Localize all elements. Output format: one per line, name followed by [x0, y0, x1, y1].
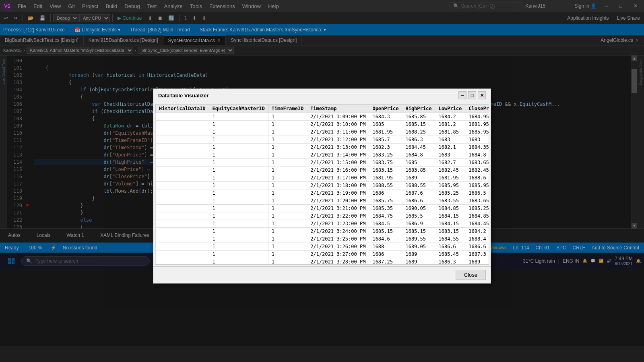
table-row[interactable]: 112/1/2021 3:15:00 PM1683.7516851682.716…: [156, 159, 489, 167]
modal-title-text: DataTable Visualizer: [158, 93, 208, 99]
modal-footer: Close: [153, 266, 491, 283]
table-row[interactable]: 112/1/2021 3:24:00 PM1685.151685.151683.…: [156, 228, 489, 235]
table-row[interactable]: 112/1/2021 3:18:00 PM1688.551688.551685.…: [156, 182, 489, 189]
table-row[interactable]: 112/1/2021 3:17:00 PM1681.9516891681.951…: [156, 174, 489, 182]
col-open-price: OpenPrice: [369, 105, 402, 113]
table-row[interactable]: 112/1/2021 3:25:00 PM1684.61689.551684.5…: [156, 235, 489, 243]
table-row[interactable]: 112/1/2021 3:20:00 PM1685.751686.61683.5…: [156, 197, 489, 205]
table-row[interactable]: 112/1/2021 3:27:00 PM168616891685.451687…: [156, 251, 489, 258]
modal-minimize-btn[interactable]: ─: [458, 91, 466, 99]
col-timestamp: TimeStamp: [307, 105, 369, 113]
table-row[interactable]: 112/1/2021 3:10:00 PM16851685.151681.216…: [156, 121, 489, 128]
table-row[interactable]: 112/1/2021 3:09:00 PM1684.31685.851684.2…: [156, 113, 489, 121]
table-row[interactable]: 112/1/2021 3:23:00 PM1684.51686.91684.15…: [156, 220, 489, 228]
modal-title-bar: DataTable Visualizer ─ □ ✕: [153, 89, 491, 102]
table-row[interactable]: 112/1/2021 3:26:00 PM16881689.051686.616…: [156, 243, 489, 251]
table-row[interactable]: 112/1/2021 3:14:00 PM1683.251684.8168316…: [156, 151, 489, 159]
table-row[interactable]: 112/1/2021 3:28:00 PM1687.2516891686.316…: [156, 258, 489, 265]
modal-close-btn[interactable]: ✕: [478, 91, 486, 99]
data-table: HistoricalDataID EquityCashMasterID Time…: [155, 104, 489, 265]
table-row[interactable]: 112/1/2021 3:11:00 PM1681.951688.251681.…: [156, 128, 489, 136]
table-row[interactable]: 112/1/2021 3:19:00 PM16861687.61685.2516…: [156, 189, 489, 197]
modal-maximize-btn[interactable]: □: [468, 91, 476, 99]
modal-close-button[interactable]: Close: [456, 270, 486, 280]
col-high-price: HighPrice: [402, 105, 435, 113]
data-table-body: 112/1/2021 3:09:00 PM1684.31685.851684.2…: [156, 113, 489, 265]
modal-title-buttons: ─ □ ✕: [458, 91, 486, 99]
col-equity-cash-master-id: EquityCashMasterID: [209, 105, 268, 113]
col-low-price: LowPrice: [435, 105, 465, 113]
table-row[interactable]: 112/1/2021 3:13:00 PM1682.31684.451682.1…: [156, 144, 489, 151]
col-close-price: ClosePrice: [465, 105, 489, 113]
data-table-container[interactable]: HistoricalDataID EquityCashMasterID Time…: [155, 104, 489, 265]
datatable-visualizer-modal: DataTable Visualizer ─ □ ✕ HistoricalDat…: [153, 88, 491, 284]
table-row[interactable]: 112/1/2021 3:21:00 PM1685.351690.051684.…: [156, 205, 489, 212]
table-row[interactable]: 112/1/2021 3:22:00 PM1684.751685.51684.1…: [156, 212, 489, 220]
table-row[interactable]: 112/1/2021 3:16:00 PM1683.151683.851682.…: [156, 167, 489, 174]
col-historical-id: HistoricalDataID: [156, 105, 209, 113]
table-row[interactable]: 112/1/2021 3:12:00 PM1685.71686.31683168…: [156, 136, 489, 144]
modal-overlay: DataTable Visualizer ─ □ ✕ HistoricalDat…: [0, 0, 644, 346]
col-timeframe-id: TimeFrameID: [268, 105, 307, 113]
modal-body: HistoricalDataID EquityCashMasterID Time…: [153, 102, 491, 266]
